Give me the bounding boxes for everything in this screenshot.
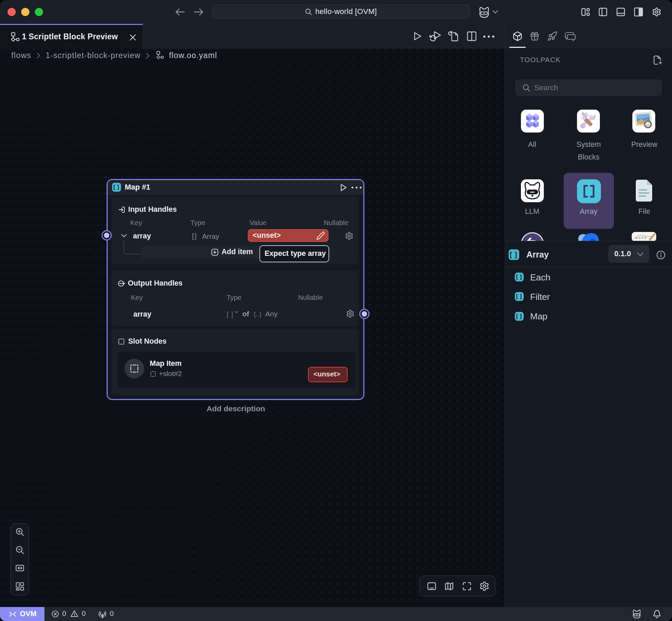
- svg-text:a a b d: a a b d: [636, 235, 646, 239]
